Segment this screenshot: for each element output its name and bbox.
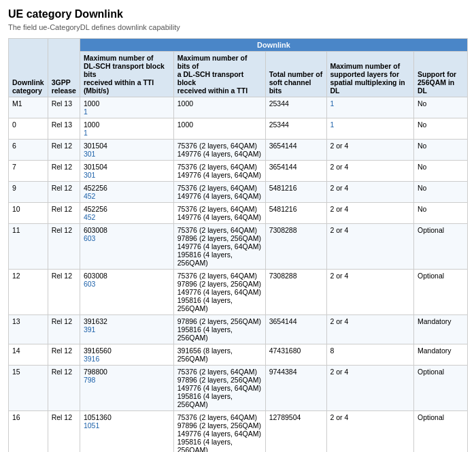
cell-soft-bits: 25344 [265,118,326,140]
cell-release: Rel 12 [48,315,80,344]
ue-category-table: Downlinkcategory 3GPPrelease Downlink Ma… [8,38,468,452]
cell-layers: 1 [326,97,413,118]
cell-max-bits-tb: 75376 (2 layers, 64QAM)149776 (4 layers,… [173,203,265,224]
page-title: UE category Downlink [8,8,468,20]
cell-256qam: Mandatory [413,315,467,344]
cell-category: 13 [9,315,48,344]
table-row: 14 Rel 12 39165603916 391656 (8 layers, … [9,344,468,366]
cell-release: Rel 12 [48,224,80,270]
cell-layers: 1 [326,118,413,140]
cell-release: Rel 12 [48,161,80,182]
table-row: 12 Rel 12 603008603 75376 (2 layers, 64Q… [9,270,468,315]
cell-layers: 2 or 4 [326,366,413,411]
cell-category: 6 [9,140,48,161]
cell-max-bits: 452256452 [80,203,173,224]
cell-256qam: Optional [413,411,467,453]
cell-max-bits: 10001 [80,97,173,118]
cell-soft-bits: 5481216 [265,182,326,203]
cell-256qam: Optional [413,270,467,315]
table-row: 13 Rel 12 391632391 97896 (2 layers, 256… [9,315,468,344]
cell-max-bits: 452256452 [80,182,173,203]
col-header-release: 3GPPrelease [48,39,80,97]
cell-release: Rel 13 [48,118,80,140]
cell-soft-bits: 25344 [265,97,326,118]
cell-soft-bits: 5481216 [265,203,326,224]
col-header-max-bits: Maximum number ofDL-SCH transport block … [80,52,173,97]
cell-max-bits-tb: 75376 (2 layers, 64QAM)97896 (2 layers, … [173,224,265,270]
cell-max-bits: 603008603 [80,224,173,270]
cell-layers: 2 or 4 [326,270,413,315]
cell-max-bits-tb: 391656 (8 layers, 256QAM) [173,344,265,366]
cell-layers: 2 or 4 [326,411,413,453]
table-row: 7 Rel 12 301504301 75376 (2 layers, 64QA… [9,161,468,182]
cell-category: 15 [9,366,48,411]
table-row: 11 Rel 12 603008603 75376 (2 layers, 64Q… [9,224,468,270]
cell-category: 16 [9,411,48,453]
cell-max-bits: 301504301 [80,140,173,161]
cell-256qam: No [413,182,467,203]
col-header-max-bits-tb: Maximum number of bits ofa DL-SCH transp… [173,52,265,97]
cell-release: Rel 12 [48,344,80,366]
cell-max-bits-tb: 75376 (2 layers, 64QAM)97896 (2 layers, … [173,270,265,315]
cell-category: 14 [9,344,48,366]
cell-256qam: Mandatory [413,344,467,366]
group-header-downlink: Downlink [80,39,467,52]
cell-release: Rel 12 [48,411,80,453]
cell-soft-bits: 3654144 [265,315,326,344]
cell-soft-bits: 7308288 [265,224,326,270]
table-row: 16 Rel 12 10513601051 75376 (2 layers, 6… [9,411,468,453]
table-row: 15 Rel 12 798800798 75376 (2 layers, 64Q… [9,366,468,411]
page-subtitle: The field ue-CategoryDL defines downlink… [8,23,468,31]
cell-soft-bits: 9744384 [265,366,326,411]
cell-category: 12 [9,270,48,315]
cell-soft-bits: 7308288 [265,270,326,315]
cell-release: Rel 12 [48,270,80,315]
cell-max-bits: 301504301 [80,161,173,182]
col-header-category: Downlinkcategory [9,39,48,97]
cell-layers: 2 or 4 [326,161,413,182]
cell-category: 0 [9,118,48,140]
cell-release: Rel 12 [48,140,80,161]
cell-soft-bits: 3654144 [265,140,326,161]
cell-256qam: No [413,97,467,118]
cell-256qam: No [413,140,467,161]
cell-max-bits-tb: 1000 [173,118,265,140]
cell-max-bits-tb: 75376 (2 layers, 64QAM)149776 (4 layers,… [173,140,265,161]
cell-256qam: Optional [413,366,467,411]
cell-max-bits-tb: 75376 (2 layers, 64QAM)97896 (2 layers, … [173,366,265,411]
cell-release: Rel 13 [48,97,80,118]
table-row: 6 Rel 12 301504301 75376 (2 layers, 64QA… [9,140,468,161]
cell-max-bits-tb: 97896 (2 layers, 256QAM)195816 (4 layers… [173,315,265,344]
cell-256qam: No [413,118,467,140]
table-row: 0 Rel 13 10001 1000 25344 1 No [9,118,468,140]
cell-layers: 2 or 4 [326,315,413,344]
cell-max-bits: 10513601051 [80,411,173,453]
cell-max-bits: 10001 [80,118,173,140]
table-row: 9 Rel 12 452256452 75376 (2 layers, 64QA… [9,182,468,203]
cell-256qam: No [413,203,467,224]
cell-soft-bits: 47431680 [265,344,326,366]
cell-category: 7 [9,161,48,182]
table-row: 10 Rel 12 452256452 75376 (2 layers, 64Q… [9,203,468,224]
cell-category: 11 [9,224,48,270]
col-header-256qam: Support for256QAM in DL [413,52,467,97]
cell-release: Rel 12 [48,203,80,224]
cell-max-bits: 391632391 [80,315,173,344]
col-header-soft-bits: Total number ofsoft channel bits [265,52,326,97]
cell-layers: 2 or 4 [326,182,413,203]
cell-max-bits: 39165603916 [80,344,173,366]
cell-layers: 2 or 4 [326,203,413,224]
cell-category: 10 [9,203,48,224]
cell-max-bits-tb: 75376 (2 layers, 64QAM)149776 (4 layers,… [173,161,265,182]
cell-release: Rel 12 [48,182,80,203]
cell-max-bits-tb: 75376 (2 layers, 64QAM)149776 (4 layers,… [173,182,265,203]
cell-category: 9 [9,182,48,203]
col-header-layers: Maximum number ofsupported layers forspa… [326,52,413,97]
cell-release: Rel 12 [48,366,80,411]
cell-max-bits-tb: 75376 (2 layers, 64QAM)97896 (2 layers, … [173,411,265,453]
cell-max-bits: 798800798 [80,366,173,411]
cell-layers: 8 [326,344,413,366]
cell-soft-bits: 12789504 [265,411,326,453]
cell-category: M1 [9,97,48,118]
table-row: M1 Rel 13 10001 1000 25344 1 No [9,97,468,118]
